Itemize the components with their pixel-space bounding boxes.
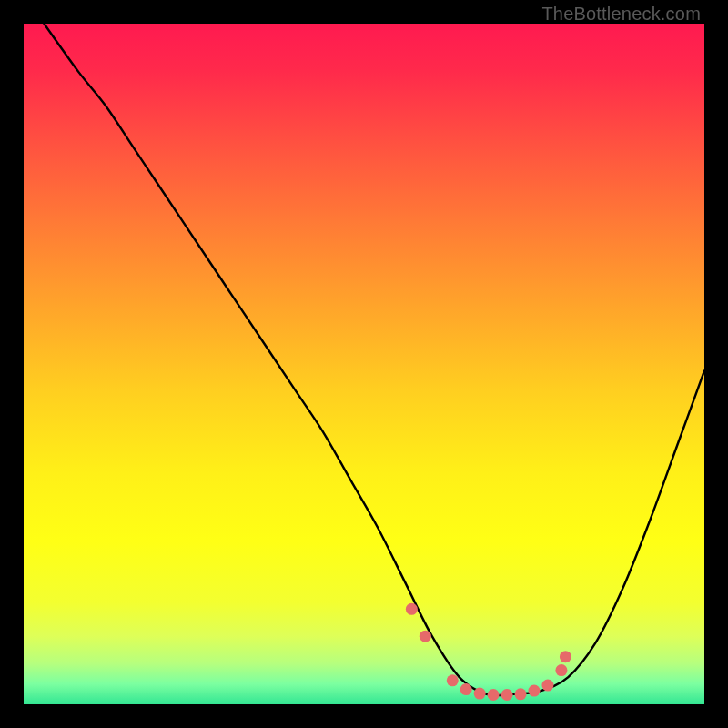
highlight-dot <box>501 689 513 701</box>
plot-area <box>24 24 704 704</box>
highlight-dot <box>420 631 431 642</box>
highlight-markers <box>406 603 571 701</box>
curve-layer <box>24 24 704 704</box>
highlight-dot <box>541 680 553 692</box>
highlight-dot <box>488 689 500 701</box>
highlight-dot <box>560 651 571 662</box>
chart-frame: TheBottleneck.com <box>0 0 728 728</box>
highlight-dot <box>555 664 567 676</box>
highlight-dot <box>529 685 541 697</box>
highlight-dot <box>447 674 459 686</box>
highlight-dot <box>460 683 472 695</box>
bottleneck-curve <box>44 24 704 695</box>
highlight-dot <box>474 688 486 700</box>
highlight-dot <box>406 603 418 615</box>
watermark-text: TheBottleneck.com <box>541 4 701 25</box>
highlight-dot <box>515 688 527 700</box>
